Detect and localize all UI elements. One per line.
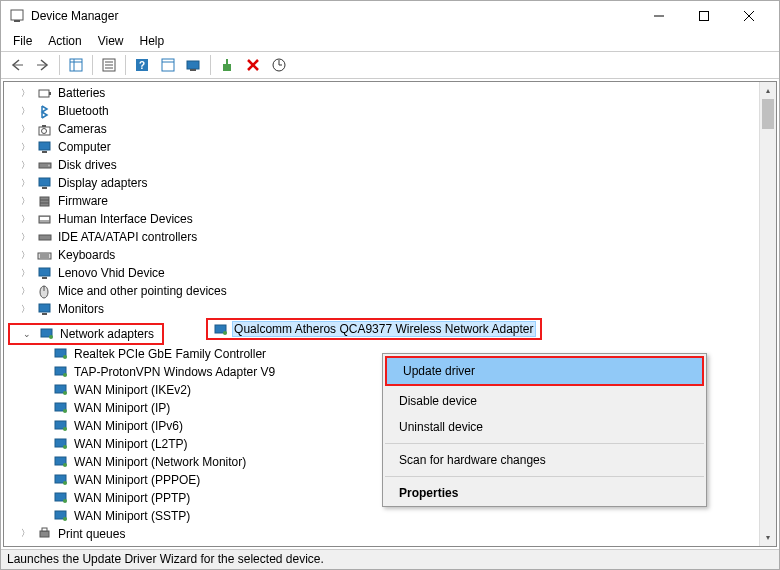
net-icon [52,418,68,434]
update-driver-button[interactable] [182,54,206,76]
tree-device-item[interactable]: Qualcomm Atheros QCA9377 Wireless Networ… [208,320,539,338]
expand-icon[interactable]: 〉 [18,140,32,154]
expand-icon[interactable]: 〉 [18,527,32,541]
tree-category[interactable]: 〉Print queues [4,525,776,543]
svg-rect-29 [42,125,46,127]
collapse-icon[interactable]: ⌄ [20,327,34,341]
title-bar: Device Manager [1,1,779,31]
tree-category[interactable]: 〉Firmware [4,192,776,210]
display-icon [36,265,52,281]
tree-category[interactable]: 〉Cameras [4,120,776,138]
bluetooth-icon [36,103,52,119]
tree-category[interactable]: 〉Lenovo Vhid Device [4,264,776,282]
expand-icon[interactable]: 〉 [18,176,32,190]
close-button[interactable] [726,2,771,30]
category-label: Computer [56,139,113,155]
tree-category[interactable]: 〉Batteries [4,84,776,102]
category-label: Disk drives [56,157,119,173]
help-button[interactable]: ? [130,54,154,76]
context-menu-separator [385,476,704,477]
back-button[interactable] [5,54,29,76]
expand-icon[interactable]: 〉 [18,86,32,100]
scroll-down-button[interactable]: ▾ [760,529,776,546]
menu-file[interactable]: File [7,33,38,49]
net-icon [52,436,68,452]
context-menu-item[interactable]: Update driver [385,356,704,386]
category-label: Mice and other pointing devices [56,283,229,299]
uninstall-button[interactable] [241,54,265,76]
device-label: WAN Miniport (IPv6) [72,418,185,434]
context-menu-item[interactable]: Scan for hardware changes [383,447,706,473]
action-button[interactable] [156,54,180,76]
scrollbar-thumb[interactable] [762,99,774,129]
scan-hardware-button[interactable] [267,54,291,76]
tree-category[interactable]: 〉Mice and other pointing devices [4,282,776,300]
category-label: Display adapters [56,175,149,191]
expand-icon[interactable]: 〉 [18,104,32,118]
display-icon [36,175,52,191]
tree-category[interactable]: 〉Computer [4,138,776,156]
enable-button[interactable] [215,54,239,76]
context-menu-item[interactable]: Disable device [383,388,706,414]
svg-rect-75 [40,531,49,537]
expand-icon[interactable]: 〉 [18,158,32,172]
device-label: WAN Miniport (SSTP) [72,508,192,524]
svg-point-70 [63,481,67,485]
expand-icon[interactable]: 〉 [18,302,32,316]
expand-icon[interactable]: 〉 [18,122,32,136]
context-menu-label: Uninstall device [399,420,483,434]
category-label: Batteries [56,85,107,101]
context-menu-label: Update driver [403,364,475,378]
tree-device-item[interactable]: WAN Miniport (SSTP) [4,507,776,525]
hid-icon [36,211,52,227]
expand-icon[interactable]: 〉 [18,212,32,226]
expand-icon[interactable]: 〉 [18,284,32,298]
tree-category[interactable]: 〉Display adapters [4,174,776,192]
menu-view[interactable]: View [92,33,130,49]
show-hide-tree-button[interactable] [64,54,88,76]
svg-point-72 [63,499,67,503]
tree-category-network-adapters[interactable]: ⌄Network adapters [10,325,162,343]
maximize-button[interactable] [681,2,726,30]
minimize-button[interactable] [636,2,681,30]
svg-rect-19 [187,61,199,69]
context-menu-item[interactable]: Properties [383,480,706,506]
tree-category[interactable]: 〉IDE ATA/ATAPI controllers [4,228,776,246]
category-label: Bluetooth [56,103,111,119]
svg-rect-1 [14,20,20,22]
category-label: Monitors [56,301,106,317]
properties-button[interactable] [97,54,121,76]
tree-category[interactable]: 〉Bluetooth [4,102,776,120]
ide-icon [36,229,52,245]
context-menu: Update driverDisable deviceUninstall dev… [382,353,707,507]
tree-category[interactable]: 〉Human Interface Devices [4,210,776,228]
net-icon [52,472,68,488]
scroll-up-button[interactable]: ▴ [760,82,776,99]
net-icon [52,346,68,362]
svg-rect-26 [49,92,51,95]
expand-icon[interactable]: 〉 [18,248,32,262]
svg-point-52 [49,335,53,339]
net-icon [212,321,228,337]
keyboard-icon [36,247,52,263]
svg-rect-49 [39,304,50,312]
expand-icon[interactable]: 〉 [18,194,32,208]
vertical-scrollbar[interactable]: ▴ ▾ [759,82,776,546]
context-menu-item[interactable]: Uninstall device [383,414,706,440]
svg-rect-25 [39,90,49,97]
category-label: Lenovo Vhid Device [56,265,167,281]
window-title: Device Manager [31,9,636,23]
net-icon [52,364,68,380]
tree-category[interactable]: 〉Disk drives [4,156,776,174]
svg-text:?: ? [139,60,145,71]
menu-bar: File Action View Help [1,31,779,51]
toolbar-separator [125,55,126,75]
tree-category[interactable]: 〉Monitors [4,300,776,318]
menu-help[interactable]: Help [134,33,171,49]
svg-point-68 [63,463,67,467]
tree-category[interactable]: 〉Keyboards [4,246,776,264]
expand-icon[interactable]: 〉 [18,266,32,280]
menu-action[interactable]: Action [42,33,87,49]
forward-button[interactable] [31,54,55,76]
expand-icon[interactable]: 〉 [18,230,32,244]
